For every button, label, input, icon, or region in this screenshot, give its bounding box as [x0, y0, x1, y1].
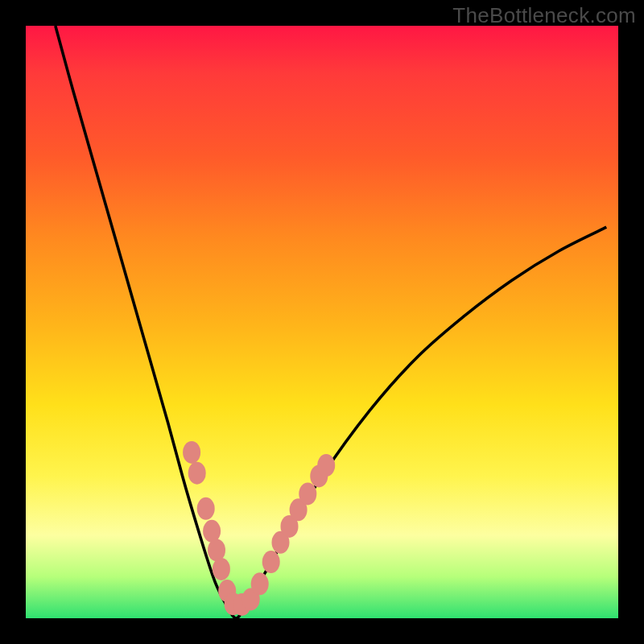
- plot-area: [26, 26, 618, 618]
- watermark-text: TheBottleneck.com: [452, 3, 636, 28]
- curve-marker: [188, 462, 206, 485]
- curve-marker: [251, 572, 269, 595]
- chart-frame: TheBottleneck.com: [0, 0, 644, 644]
- curve-marker: [197, 497, 215, 520]
- curve-marker: [262, 551, 280, 573]
- bottleneck-curve-path: [56, 26, 607, 618]
- curve-marker: [183, 441, 200, 464]
- curve-marker: [299, 482, 316, 505]
- bottleneck-curve-svg: [26, 26, 618, 618]
- curve-marker: [317, 454, 335, 477]
- curve-marker: [213, 558, 230, 580]
- marker-layer: [183, 441, 335, 616]
